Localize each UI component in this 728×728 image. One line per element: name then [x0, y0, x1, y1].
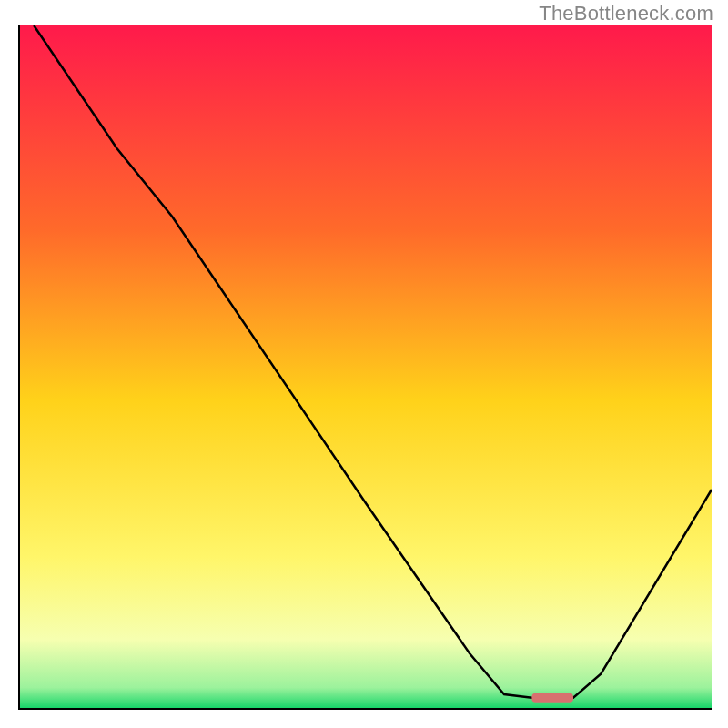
plot-svg — [20, 25, 712, 708]
optimal-marker — [531, 693, 573, 703]
watermark-text: TheBottleneck.com — [539, 2, 713, 25]
plot-area — [18, 25, 712, 710]
chart-stage: TheBottleneck.com — [0, 0, 728, 728]
heat-background — [20, 25, 712, 708]
